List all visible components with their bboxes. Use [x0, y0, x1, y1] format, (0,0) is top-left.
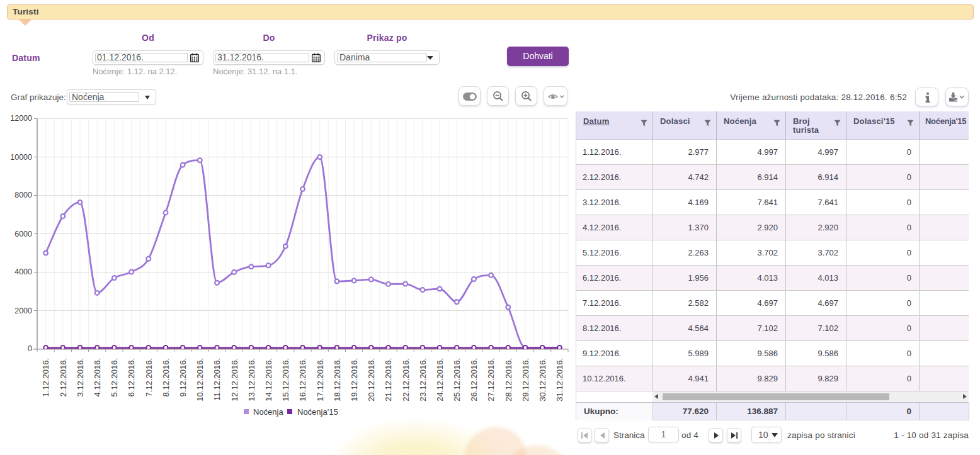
svg-text:10000: 10000	[10, 153, 32, 162]
svg-text:25.12.2016.: 25.12.2016.	[452, 358, 462, 402]
svg-text:30.12.2016.: 30.12.2016.	[538, 358, 547, 402]
svg-text:20.12.2016.: 20.12.2016.	[367, 358, 376, 402]
svg-text:16.12.2016.: 16.12.2016.	[298, 358, 307, 402]
svg-text:8.12.2016.: 8.12.2016.	[161, 358, 171, 396]
svg-text:4.12.2016.: 4.12.2016.	[93, 358, 102, 396]
svg-text:28.12.2016.: 28.12.2016.	[504, 358, 513, 402]
svg-text:18.12.2016.: 18.12.2016.	[333, 358, 342, 402]
svg-text:2.12.2016.: 2.12.2016.	[59, 358, 68, 396]
svg-text:9.12.2016.: 9.12.2016.	[178, 358, 188, 396]
svg-text:10.12.2016.: 10.12.2016.	[195, 358, 205, 402]
svg-text:8000: 8000	[14, 191, 32, 199]
svg-text:26.12.2016.: 26.12.2016.	[469, 358, 479, 402]
svg-text:12.12.2016.: 12.12.2016.	[230, 358, 239, 402]
svg-text:31.12.2016.: 31.12.2016.	[555, 358, 564, 402]
svg-text:4000: 4000	[14, 267, 32, 276]
svg-text:22.12.2016.: 22.12.2016.	[401, 358, 411, 402]
svg-text:24.12.2016.: 24.12.2016.	[435, 358, 445, 402]
svg-text:2000: 2000	[14, 306, 32, 315]
svg-text:23.12.2016.: 23.12.2016.	[418, 358, 428, 402]
svg-text:13.12.2016.: 13.12.2016.	[247, 358, 256, 402]
svg-text:Noćenja: Noćenja	[253, 407, 283, 417]
svg-text:6000: 6000	[14, 230, 32, 239]
svg-text:0: 0	[28, 344, 32, 353]
svg-text:19.12.2016.: 19.12.2016.	[350, 358, 359, 402]
svg-text:15.12.2016.: 15.12.2016.	[281, 358, 290, 402]
svg-text:6.12.2016.: 6.12.2016.	[127, 358, 136, 396]
svg-text:17.12.2016.: 17.12.2016.	[316, 358, 325, 402]
svg-text:27.12.2016.: 27.12.2016.	[486, 358, 496, 402]
svg-text:Noćenja'15: Noćenja'15	[297, 407, 338, 417]
svg-text:21.12.2016.: 21.12.2016.	[384, 358, 393, 402]
svg-text:5.12.2016.: 5.12.2016.	[110, 358, 119, 396]
svg-text:11.12.2016.: 11.12.2016.	[212, 358, 222, 401]
svg-text:7.12.2016.: 7.12.2016.	[144, 358, 154, 396]
svg-text:3.12.2016.: 3.12.2016.	[76, 358, 85, 396]
svg-text:1.12.2016.: 1.12.2016.	[41, 358, 50, 396]
svg-text:14.12.2016.: 14.12.2016.	[264, 358, 273, 402]
svg-text:29.12.2016.: 29.12.2016.	[521, 358, 530, 402]
svg-text:12000: 12000	[10, 114, 32, 123]
